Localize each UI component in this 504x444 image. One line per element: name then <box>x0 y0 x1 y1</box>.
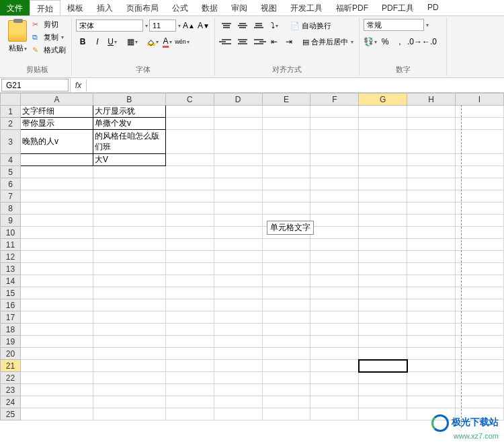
cell-C21[interactable] <box>165 360 214 372</box>
cell-E21[interactable] <box>262 360 310 372</box>
cell-I25[interactable] <box>456 408 504 420</box>
tab-page-layout[interactable]: 页面布局 <box>120 0 165 15</box>
row-header-7[interactable]: 7 <box>1 190 21 202</box>
paste-button[interactable]: 粘贴▾ <box>7 19 28 54</box>
cell-A5[interactable] <box>20 166 93 178</box>
cell-G7[interactable] <box>359 190 407 202</box>
cell-H17[interactable] <box>407 311 456 324</box>
cell-D7[interactable] <box>214 190 262 202</box>
cell-A12[interactable] <box>20 251 93 263</box>
tab-view[interactable]: 视图 <box>254 0 284 15</box>
cell-H10[interactable] <box>407 227 456 239</box>
font-color-button[interactable]: A▾ <box>161 35 174 48</box>
cell-G4[interactable] <box>359 154 407 166</box>
cell-I13[interactable] <box>456 263 504 275</box>
cell-B9[interactable] <box>93 215 165 227</box>
cell-D1[interactable] <box>214 106 262 118</box>
comma-button[interactable]: , <box>393 35 407 48</box>
cell-A20[interactable] <box>20 348 93 360</box>
cell-B10[interactable] <box>93 227 165 239</box>
cell-A10[interactable] <box>20 227 93 239</box>
cell-B8[interactable] <box>93 202 165 215</box>
cell-E7[interactable] <box>262 190 310 202</box>
cell-F24[interactable] <box>310 396 359 408</box>
wrap-text-button[interactable]: 📄自动换行 <box>289 19 333 32</box>
cell-G18[interactable] <box>359 324 407 336</box>
cell-D10[interactable] <box>214 227 262 239</box>
tab-formula[interactable]: 公式 <box>165 0 195 15</box>
cell-I22[interactable] <box>456 372 504 384</box>
cell-F14[interactable] <box>310 275 359 287</box>
cell-F25[interactable] <box>310 408 359 420</box>
cell-F11[interactable] <box>310 239 359 251</box>
cell-A25[interactable] <box>20 408 93 420</box>
format-painter-button[interactable]: ✎格式刷 <box>31 44 67 56</box>
cell-A9[interactable] <box>20 215 93 227</box>
col-header-B[interactable]: B <box>93 94 165 106</box>
row-header-24[interactable]: 24 <box>1 396 21 408</box>
increase-font-button[interactable]: A▲ <box>182 19 196 32</box>
cell-F9[interactable] <box>310 215 359 227</box>
row-header-18[interactable]: 18 <box>1 324 21 336</box>
cell-G3[interactable] <box>359 130 407 154</box>
cell-H5[interactable] <box>407 166 456 178</box>
cell-C20[interactable] <box>165 348 214 360</box>
row-header-4[interactable]: 4 <box>1 154 21 166</box>
cell-F3[interactable] <box>310 130 359 154</box>
cell-G23[interactable] <box>359 384 407 396</box>
cell-B14[interactable] <box>93 275 165 287</box>
cell-A24[interactable] <box>20 396 93 408</box>
cell-E15[interactable] <box>262 287 310 299</box>
row-header-12[interactable]: 12 <box>1 251 21 263</box>
cell-F10[interactable] <box>310 227 359 239</box>
cell-B24[interactable] <box>93 396 165 408</box>
cell-E23[interactable] <box>262 384 310 396</box>
cell-G2[interactable] <box>359 118 407 130</box>
cell-E17[interactable] <box>262 311 310 324</box>
cell-C12[interactable] <box>165 251 214 263</box>
cell-C19[interactable] <box>165 336 214 348</box>
align-left-button[interactable] <box>219 35 234 48</box>
cell-F22[interactable] <box>310 372 359 384</box>
cell-E4[interactable] <box>262 154 310 166</box>
cell-I16[interactable] <box>456 299 504 311</box>
cell-A2[interactable]: 带你显示 <box>20 118 93 130</box>
cell-F5[interactable] <box>310 166 359 178</box>
cell-B16[interactable] <box>93 299 165 311</box>
tab-data[interactable]: 数据 <box>195 0 224 15</box>
number-format-select[interactable] <box>364 19 424 31</box>
cell-B3[interactable]: 的风格任咱怎么版们班 <box>93 130 165 154</box>
border-button[interactable]: ▦▾ <box>126 35 139 48</box>
decrease-decimal-button[interactable]: ←.0 <box>423 35 436 48</box>
cell-C1[interactable] <box>165 106 214 118</box>
cell-F19[interactable] <box>310 336 359 348</box>
tab-pdf-tool[interactable]: PDF工具 <box>375 0 421 15</box>
cell-I24[interactable] <box>456 396 504 408</box>
cell-B1[interactable]: 大厅显示犹 <box>93 106 165 118</box>
decrease-font-button[interactable]: A▼ <box>197 19 210 32</box>
cell-F8[interactable] <box>310 202 359 215</box>
cell-F13[interactable] <box>310 263 359 275</box>
cell-I15[interactable] <box>456 287 504 299</box>
cell-C10[interactable] <box>165 227 214 239</box>
tab-template[interactable]: 模板 <box>60 0 90 15</box>
cell-G19[interactable] <box>359 336 407 348</box>
cell-E3[interactable] <box>262 130 310 154</box>
cell-H7[interactable] <box>407 190 456 202</box>
cell-H23[interactable] <box>407 384 456 396</box>
cell-E12[interactable] <box>262 251 310 263</box>
cell-A13[interactable] <box>20 263 93 275</box>
cell-H20[interactable] <box>407 348 456 360</box>
cell-F17[interactable] <box>310 311 359 324</box>
cell-I23[interactable] <box>456 384 504 396</box>
cell-E18[interactable] <box>262 324 310 336</box>
cell-C4[interactable] <box>165 154 214 166</box>
cell-E24[interactable] <box>262 396 310 408</box>
col-header-F[interactable]: F <box>310 94 359 106</box>
row-header-6[interactable]: 6 <box>1 178 21 190</box>
cell-G9[interactable] <box>359 215 407 227</box>
cell-I6[interactable] <box>456 178 504 190</box>
tab-review[interactable]: 审阅 <box>224 0 254 15</box>
row-header-19[interactable]: 19 <box>1 336 21 348</box>
cell-E13[interactable] <box>262 263 310 275</box>
